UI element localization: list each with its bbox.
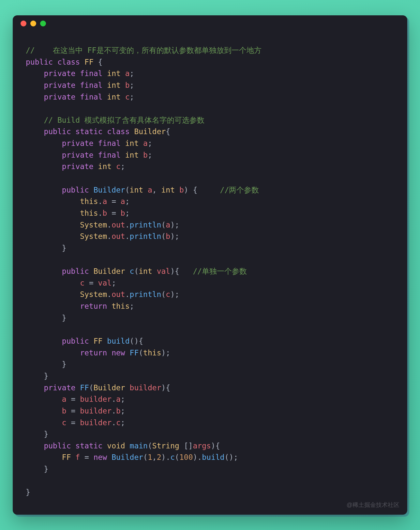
code-token-keyword: private <box>62 162 94 171</box>
code-token-this: this <box>80 197 98 206</box>
code-token-w <box>26 442 44 450</box>
code-token-w <box>26 302 80 310</box>
code-token-keyword: public <box>44 127 71 136</box>
code-token-w <box>75 383 80 392</box>
code-token-type: int <box>139 267 152 275</box>
code-token-w <box>26 139 62 148</box>
code-token-punc: } <box>26 488 30 496</box>
code-token-punc: ( <box>148 442 152 450</box>
code-token-number: 1 <box>148 453 152 461</box>
code-editor[interactable]: // 在这当中 FF是不可变的，所有的默认参数都单独放到一个地方 public … <box>13 32 407 505</box>
code-token-w <box>26 81 44 89</box>
code-token-punc: . <box>125 221 130 229</box>
maximize-icon[interactable] <box>40 21 46 26</box>
code-token-punc: (); <box>224 453 238 461</box>
code-token-type: int <box>130 186 143 194</box>
code-token-method: c <box>130 267 134 275</box>
code-token-w <box>89 186 94 194</box>
code-token-var: c <box>116 162 121 171</box>
code-token-var: out <box>112 221 125 229</box>
code-token-class: Builder <box>94 383 125 392</box>
code-token-w <box>102 93 107 101</box>
close-icon[interactable] <box>21 21 26 26</box>
code-token-class: FF <box>62 453 71 461</box>
code-token-var: out <box>112 232 125 241</box>
code-token-punc: ){ <box>211 442 220 450</box>
code-token-w <box>102 127 107 136</box>
code-token-w <box>53 58 57 66</box>
code-token-method: println <box>130 290 161 299</box>
code-token-w <box>26 197 80 206</box>
code-token-punc: [] <box>179 442 193 450</box>
code-token-punc: = <box>107 197 121 206</box>
code-token-var: a <box>125 69 130 78</box>
code-token-w <box>152 267 157 275</box>
code-token-punc: ; <box>125 197 130 206</box>
code-token-comment: //两个参数 <box>220 186 259 194</box>
code-token-class: System <box>80 290 107 299</box>
code-token-punc: ( <box>161 290 166 299</box>
code-token-punc: } <box>26 360 67 368</box>
code-token-var: a <box>148 186 152 194</box>
code-token-punc: ( <box>175 453 179 461</box>
code-token-method: build <box>202 453 224 461</box>
code-token-punc: ; <box>130 93 134 101</box>
code-token-class: System <box>80 221 107 229</box>
code-token-w <box>26 337 62 345</box>
code-token-var: args <box>193 442 211 450</box>
code-token-w <box>26 395 62 403</box>
code-token-var: a <box>102 197 107 206</box>
code-token-w <box>75 69 80 78</box>
code-token-type: int <box>125 139 139 148</box>
code-token-w <box>121 151 125 159</box>
code-token-keyword: final <box>98 139 121 148</box>
code-token-keyword: private <box>44 81 75 89</box>
code-token-w <box>26 407 62 415</box>
code-token-var: a <box>62 395 67 403</box>
code-token-var: out <box>112 290 125 299</box>
code-token-punc: { <box>166 127 170 136</box>
code-token-var: builder <box>80 407 112 415</box>
code-token-var: b <box>166 232 170 241</box>
code-token-w <box>143 186 148 194</box>
code-window: // 在这当中 FF是不可变的，所有的默认参数都单独放到一个地方 public … <box>13 15 407 515</box>
code-token-var: b <box>102 209 107 217</box>
code-token-class: Builder <box>134 127 166 136</box>
code-token-w <box>26 418 62 427</box>
code-token-punc: . <box>107 221 112 229</box>
code-token-punc: , <box>152 186 161 194</box>
code-token-w <box>121 81 125 89</box>
code-token-punc: ( <box>134 267 139 275</box>
code-token-w <box>26 453 62 461</box>
code-token-w <box>175 186 179 194</box>
code-token-punc: ). <box>193 453 202 461</box>
code-token-w <box>26 349 80 357</box>
code-token-keyword: private <box>44 383 75 392</box>
code-token-keyword: static <box>75 442 102 450</box>
code-token-class: String <box>152 442 179 450</box>
code-token-w <box>121 93 125 101</box>
code-token-var: val <box>157 267 171 275</box>
code-token-class: Builder <box>94 267 125 275</box>
code-token-w <box>107 349 112 357</box>
code-token-punc: = <box>67 395 80 403</box>
code-token-w <box>75 93 80 101</box>
code-token-punc: ; <box>130 81 134 89</box>
code-token-punc: } <box>26 244 67 252</box>
code-token-var: c <box>116 418 121 427</box>
code-token-type: int <box>161 186 175 194</box>
code-token-keyword: public <box>62 186 89 194</box>
code-token-type: void <box>107 442 125 450</box>
code-token-w <box>102 69 107 78</box>
code-token-var: c <box>62 418 67 427</box>
code-token-keyword: class <box>107 127 129 136</box>
code-token-punc: ); <box>170 232 179 241</box>
code-token-w <box>75 81 80 89</box>
code-token-punc: } <box>26 465 48 473</box>
code-token-var: a <box>116 395 121 403</box>
code-token-w <box>26 232 80 241</box>
code-token-punc: ). <box>161 453 171 461</box>
titlebar <box>13 15 407 32</box>
minimize-icon[interactable] <box>30 21 36 26</box>
code-token-keyword: static <box>75 127 102 136</box>
